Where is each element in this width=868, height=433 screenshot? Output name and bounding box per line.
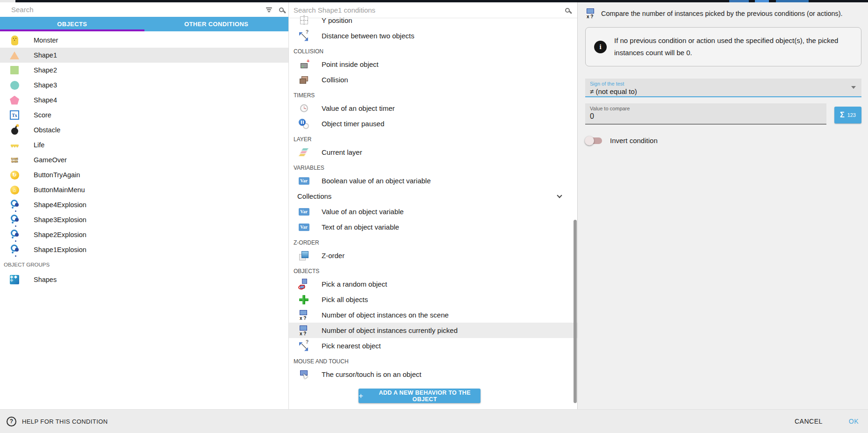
- sigma-icon: Σ: [840, 111, 845, 119]
- condition-section-header: COLLISION: [289, 43, 577, 57]
- group-row-shapes[interactable]: Shapes: [0, 272, 288, 287]
- object-groups-header: OBJECT GROUPS: [0, 257, 288, 272]
- object-row-monster[interactable]: Monster: [0, 33, 288, 48]
- new-condition-dialog: OBJECTS OTHER CONDITIONS Monster Shape1 …: [0, 0, 868, 433]
- condition-distance[interactable]: Distance between two objects: [289, 28, 577, 43]
- condition-value-variable[interactable]: Value of an object variable: [289, 204, 577, 219]
- invert-condition-row: Invert condition: [585, 137, 861, 144]
- particle-emitter-icon: [8, 229, 21, 241]
- object-row-shape4explosion[interactable]: Shape4Explosion: [0, 197, 288, 212]
- pick-random-icon: [298, 279, 309, 290]
- bomb-icon: [8, 124, 21, 136]
- value-to-compare-label: Value to compare: [590, 106, 822, 111]
- instances-count-icon: [298, 325, 309, 336]
- help-button[interactable]: HELP FOR THIS CONDITION: [7, 417, 108, 426]
- particle-emitter-icon: [8, 244, 21, 256]
- add-behavior-button[interactable]: + ADD A NEW BEHAVIOR TO THE OBJECT: [359, 389, 481, 403]
- cursor-on-object-icon: [298, 369, 309, 380]
- condition-list: Y position Distance between two objects …: [289, 13, 577, 409]
- objects-search-input[interactable]: [11, 6, 265, 14]
- variable-icon: [298, 222, 309, 233]
- invert-condition-toggle[interactable]: [586, 137, 602, 144]
- condition-boolean-variable[interactable]: Boolean value of an object variable: [289, 173, 577, 188]
- pick-nearest-icon: [298, 340, 309, 352]
- condition-group-collections[interactable]: Collections: [289, 188, 577, 204]
- condition-section-header: VARIABLES: [289, 160, 577, 173]
- info-icon: [594, 41, 607, 53]
- sign-of-test-value: ≠ (not equal to): [590, 87, 857, 95]
- condition-pick-nearest[interactable]: Pick nearest object: [289, 338, 577, 354]
- condition-section-header: OBJECTS: [289, 263, 577, 276]
- object-row-buttonmainmenu[interactable]: ButtonMainMenu: [0, 182, 288, 197]
- object-row-score[interactable]: Score: [0, 108, 288, 123]
- filter-icon[interactable]: [265, 7, 273, 12]
- condition-text-variable[interactable]: Text of an object variable: [289, 219, 577, 235]
- instances-count-icon: [298, 310, 309, 321]
- value-to-compare-input[interactable]: [590, 112, 822, 121]
- object-row-shape2explosion[interactable]: Shape2Explosion: [0, 227, 288, 242]
- instances-count-icon: [585, 8, 596, 19]
- particle-emitter-icon: [8, 214, 21, 226]
- variable-icon: [298, 175, 309, 187]
- condition-instances-on-scene[interactable]: Number of object instances on the scene: [289, 307, 577, 323]
- monster-icon: [8, 34, 21, 46]
- object-list: Monster Shape1 Shape2 Shape3 Shape4: [0, 31, 288, 409]
- value-to-compare-row: Value to compare Σ 123: [585, 103, 861, 124]
- object-row-shape2[interactable]: Shape2: [0, 63, 288, 78]
- condition-pick-random[interactable]: Pick a random object: [289, 276, 577, 292]
- conditions-panel: Y position Distance between two objects …: [289, 2, 578, 409]
- object-row-shape3[interactable]: Shape3: [0, 78, 288, 93]
- condition-timer-value[interactable]: Value of an object timer: [289, 101, 577, 116]
- info-note-box: If no previous condition or action used …: [585, 27, 861, 66]
- object-row-shape1explosion[interactable]: Shape1Explosion: [0, 242, 288, 257]
- scrollbar-thumb[interactable]: [574, 220, 577, 403]
- object-row-shape4[interactable]: Shape4: [0, 93, 288, 108]
- condition-collision[interactable]: Collision: [289, 72, 577, 87]
- object-row-shape3explosion[interactable]: Shape3Explosion: [0, 212, 288, 227]
- condition-timer-paused[interactable]: Object timer paused: [289, 116, 577, 131]
- expression-editor-button[interactable]: Σ 123: [834, 107, 861, 123]
- condition-pick-all[interactable]: Pick all objects: [289, 292, 577, 307]
- plus-icon: +: [359, 392, 363, 400]
- timer-icon: [298, 103, 309, 114]
- object-row-buttontryagain[interactable]: ButtonTryAgain: [0, 167, 288, 182]
- condition-z-order[interactable]: Z-order: [289, 248, 577, 263]
- hearts-icon: [8, 139, 21, 151]
- info-note-text: If no previous condition or action used …: [614, 35, 853, 59]
- condition-description: Compare the number of instances picked b…: [601, 9, 843, 17]
- search-icon[interactable]: [279, 7, 284, 12]
- object-row-life[interactable]: Life: [0, 137, 288, 152]
- circle-icon: [8, 79, 21, 91]
- cancel-button[interactable]: CANCEL: [795, 418, 823, 425]
- invert-condition-label: Invert condition: [610, 137, 658, 144]
- condition-section-header: LAYER: [289, 131, 577, 144]
- triangle-icon: [8, 49, 21, 61]
- text-object-icon: [8, 109, 21, 121]
- condition-cursor-on-object[interactable]: The cursor/touch is on an object: [289, 367, 577, 382]
- z-order-icon: [298, 250, 309, 261]
- condition-section-header: Z-ORDER: [289, 235, 577, 248]
- condition-point-inside[interactable]: Point inside object: [289, 57, 577, 72]
- chevron-down-icon[interactable]: [557, 193, 562, 198]
- object-row-obstacle[interactable]: Obstacle: [0, 123, 288, 137]
- condition-section-header: MOUSE AND TOUCH: [289, 354, 577, 367]
- condition-parameters-panel: Compare the number of instances picked b…: [578, 2, 868, 409]
- objects-panel: OBJECTS OTHER CONDITIONS Monster Shape1 …: [0, 2, 289, 409]
- value-to-compare-field[interactable]: Value to compare: [585, 103, 826, 124]
- sign-of-test-select[interactable]: Sign of the test ≠ (not equal to): [585, 79, 861, 97]
- ok-button[interactable]: OK: [849, 418, 859, 425]
- object-row-shape1[interactable]: Shape1: [0, 48, 288, 63]
- pick-all-icon: [298, 294, 309, 305]
- condition-section-header: TIMERS: [289, 87, 577, 101]
- condition-current-layer[interactable]: Current layer: [289, 144, 577, 160]
- search-icon: [565, 8, 570, 13]
- condition-instances-picked[interactable]: Number of object instances currently pic…: [289, 323, 577, 338]
- pentagon-icon: [8, 94, 21, 106]
- tab-other-conditions[interactable]: OTHER CONDITIONS: [144, 17, 289, 31]
- variable-icon: [298, 206, 309, 217]
- condition-y-position[interactable]: Y position: [289, 13, 577, 28]
- point-inside-icon: [298, 59, 309, 70]
- game-over-icon: [8, 154, 21, 166]
- object-row-gameover[interactable]: GameOver: [0, 152, 288, 167]
- object-group-icon: [8, 274, 21, 286]
